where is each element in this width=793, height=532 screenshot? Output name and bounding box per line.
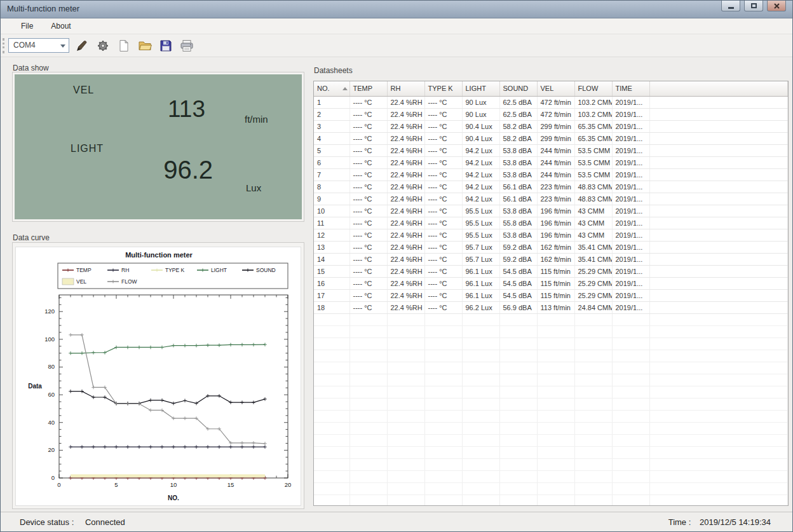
table-cell [387, 325, 424, 338]
table-cell [574, 386, 612, 398]
table-cell [499, 494, 537, 506]
new-document-icon [118, 39, 130, 52]
table-cell: ---- °C [424, 132, 462, 144]
table-row[interactable]: 9---- °C22.4 %RH---- °C94.2 Lux56.1 dBA2… [314, 193, 788, 205]
table-cell: 95.5 Lux [462, 229, 499, 241]
table-row[interactable]: 14---- °C22.4 %RH---- °C95.7 Lux59.2 dBA… [314, 253, 788, 265]
close-button[interactable] [767, 1, 786, 11]
table-cell [499, 386, 537, 398]
table-row[interactable]: 4---- °C22.4 %RH---- °C90.4 Lux58.2 dBA2… [314, 132, 788, 144]
time-value: 2019/12/5 14:19:34 [700, 517, 771, 527]
table-cell: 25.29 CMM [574, 277, 612, 289]
open-file-button[interactable] [137, 38, 153, 54]
table-row[interactable]: 16---- °C22.4 %RH---- °C96.1 Lux54.5 dBA… [314, 277, 788, 289]
table-cell: 43 CMM [574, 217, 612, 229]
settings-button[interactable] [95, 38, 111, 54]
column-header-vel[interactable]: VEL [537, 81, 574, 96]
line-chart: Multi-function meterTEMPRHTYPE KLIGHTSOU… [16, 247, 302, 507]
table-cell: ---- °C [424, 144, 462, 156]
table-cell: 96.1 Lux [462, 289, 499, 301]
column-header-type-k[interactable]: TYPE K [424, 81, 462, 96]
table-row[interactable]: 10---- °C22.4 %RH---- °C95.5 Lux53.8 dBA… [314, 205, 788, 217]
table-cell [462, 374, 499, 386]
minimize-button[interactable] [721, 1, 740, 11]
table-cell [424, 313, 462, 325]
table-cell: 22.4 %RH [387, 217, 424, 229]
maximize-button[interactable] [744, 1, 763, 11]
table-cell: ---- °C [349, 301, 387, 313]
table-row[interactable]: 11---- °C22.4 %RH---- °C95.5 Lux55.8 dBA… [314, 217, 788, 229]
table-cell: 14 [314, 253, 349, 265]
column-header-time[interactable]: TIME [612, 81, 649, 96]
column-header-light[interactable]: LIGHT [462, 81, 499, 96]
empty-row [314, 470, 788, 482]
column-header-temp[interactable]: TEMP [349, 81, 387, 96]
table-row[interactable]: 7---- °C22.4 %RH---- °C94.2 Lux53.8 dBA2… [314, 168, 788, 181]
table-cell: 299 ft/min [537, 132, 574, 144]
table-cell [537, 313, 574, 325]
table-cell [387, 482, 424, 494]
table-row[interactable]: 1---- °C22.4 %RH---- °C90 Lux62.5 dBA472… [314, 96, 788, 108]
table-cell [574, 338, 612, 350]
table-cell [537, 458, 574, 470]
connect-button[interactable] [74, 38, 90, 54]
table-cell: ---- °C [424, 265, 462, 277]
save-button[interactable] [158, 38, 174, 54]
table-cell [537, 350, 574, 362]
table-cell [537, 374, 574, 386]
table-cell: ---- °C [424, 289, 462, 301]
table-cell: 22.4 %RH [387, 108, 424, 120]
new-file-button[interactable] [116, 38, 132, 54]
svg-text:20: 20 [48, 446, 55, 453]
table-cell: 244 ft/min [537, 168, 574, 181]
com-port-select[interactable]: COM4 [8, 38, 69, 53]
table-row[interactable]: 8---- °C22.4 %RH---- °C94.2 Lux56.1 dBA2… [314, 181, 788, 193]
table-cell [349, 458, 387, 470]
column-header-flow[interactable]: FLOW [574, 81, 612, 96]
table-cell [649, 338, 788, 350]
table-cell: ---- °C [349, 253, 387, 265]
table-cell: 3 [314, 120, 349, 132]
column-header-rh[interactable]: RH [387, 81, 424, 96]
table-row[interactable]: 6---- °C22.4 %RH---- °C94.2 Lux53.8 dBA2… [314, 156, 788, 168]
table-row[interactable]: 3---- °C22.4 %RH---- °C90.4 Lux58.2 dBA2… [314, 120, 788, 132]
table-row[interactable]: 15---- °C22.4 %RH---- °C96.1 Lux54.5 dBA… [314, 265, 788, 277]
table-cell: 223 ft/min [537, 181, 574, 193]
table-cell: 11 [314, 217, 349, 229]
table-cell: 196 ft/min [537, 205, 574, 217]
table-row[interactable]: 13---- °C22.4 %RH---- °C95.7 Lux59.2 dBA… [314, 241, 788, 253]
table-cell [349, 374, 387, 386]
table-row[interactable]: 2---- °C22.4 %RH---- °C90 Lux62.5 dBA472… [314, 108, 788, 120]
table-cell-filler [649, 253, 788, 265]
datasheet-table-container[interactable]: NO.TEMPRHTYPE KLIGHTSOUNDVELFLOWTIME1---… [313, 81, 789, 506]
table-cell: 2019/1... [612, 205, 649, 217]
titlebar: Multi-function meter [1, 1, 792, 18]
table-cell: 2019/1... [612, 241, 649, 253]
table-row[interactable]: 18---- °C22.4 %RH---- °C96.2 Lux56.9 dBA… [314, 301, 788, 313]
table-cell: 56.1 dBA [499, 193, 537, 205]
svg-text:0: 0 [51, 474, 55, 481]
table-cell-filler [649, 144, 788, 156]
table-row[interactable]: 5---- °C22.4 %RH---- °C94.2 Lux53.8 dBA2… [314, 144, 788, 156]
table-cell [387, 434, 424, 446]
svg-text:15: 15 [227, 481, 234, 488]
table-row[interactable]: 12---- °C22.4 %RH---- °C95.5 Lux53.8 dBA… [314, 229, 788, 241]
column-header-no[interactable]: NO. [314, 81, 349, 96]
svg-text:20: 20 [285, 481, 292, 488]
table-cell [349, 398, 387, 410]
table-cell [499, 470, 537, 482]
menu-file[interactable]: File [15, 20, 39, 32]
table-cell [499, 313, 537, 325]
table-cell [499, 434, 537, 446]
table-cell: 2019/1... [612, 301, 649, 313]
table-row[interactable]: 17---- °C22.4 %RH---- °C96.1 Lux54.5 dBA… [314, 289, 788, 301]
column-header-sound[interactable]: SOUND [499, 81, 537, 96]
table-cell: 56.9 dBA [499, 301, 537, 313]
print-button[interactable] [179, 38, 195, 54]
menu-about[interactable]: About [44, 20, 77, 32]
table-cell [462, 482, 499, 494]
table-cell [499, 338, 537, 350]
light-value: 96.2 [15, 156, 213, 184]
toolbar-grip-icon[interactable] [3, 38, 4, 53]
table-cell [314, 398, 349, 410]
